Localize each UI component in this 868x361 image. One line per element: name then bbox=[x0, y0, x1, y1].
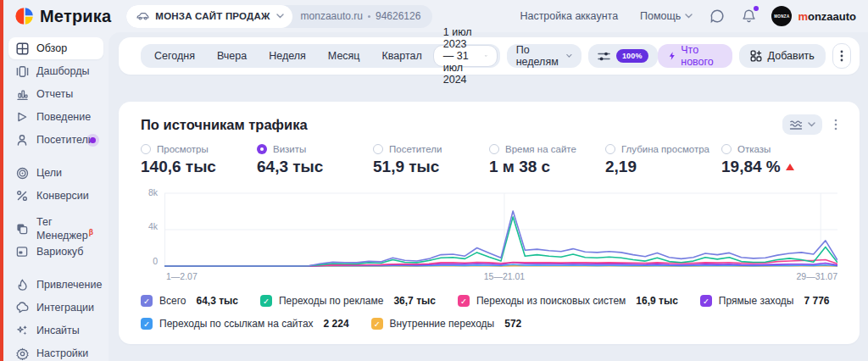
counter-meta: monzaauto.ru 94626126 bbox=[292, 10, 433, 22]
legend-item-site-links[interactable]: Переходы по ссылкам на сайтах 2 224 bbox=[141, 318, 349, 330]
chevron-down-icon bbox=[276, 14, 284, 19]
counter-id: 94626126 bbox=[376, 10, 420, 22]
metric-users[interactable]: Посетители 51,9 тыс bbox=[373, 144, 489, 176]
legend-item-search[interactable]: Переходы из поисковых систем 16,9 тыс bbox=[458, 295, 678, 307]
card-menu-button[interactable] bbox=[834, 119, 837, 131]
range-today-button[interactable]: Сегодня bbox=[143, 44, 206, 68]
kebab-icon bbox=[834, 119, 837, 131]
visitors-online-dot bbox=[90, 137, 96, 143]
bar-chart-icon bbox=[15, 87, 29, 101]
traffic-chart[interactable]: 8k 4k 0 1—2.07 15—21.01 29—31.07 bbox=[141, 187, 837, 284]
traffic-chart-svg[interactable] bbox=[164, 187, 837, 269]
toolbar: Сегодня Вчера Неделя Месяц Квартал 1 июл… bbox=[119, 37, 860, 75]
notifications-button[interactable] bbox=[742, 8, 756, 24]
counter-name: МОНЗА САЙТ ПРОДАЖ bbox=[155, 11, 270, 21]
range-week-button[interactable]: Неделя bbox=[258, 44, 317, 68]
sidebar-item-behavior[interactable]: Поведение bbox=[8, 106, 103, 128]
card-title: По источникам трафика bbox=[141, 117, 308, 133]
sidebar-item-visitors[interactable]: Посетители bbox=[8, 129, 103, 151]
legend-item-ads[interactable]: Переходы по рекламе 36,7 тыс bbox=[260, 295, 436, 307]
lightning-icon bbox=[669, 50, 676, 62]
metrica-logo[interactable]: Метрика bbox=[15, 7, 111, 26]
trend-up-icon bbox=[786, 164, 794, 170]
granularity-select[interactable]: По неделям bbox=[507, 44, 581, 68]
integrations-icon bbox=[15, 301, 29, 314]
percent-icon bbox=[15, 189, 29, 203]
chat-icon bbox=[709, 8, 725, 24]
metric-pageviews[interactable]: Просмотры 140,6 тыс bbox=[141, 144, 257, 176]
sparkles-icon bbox=[15, 324, 29, 337]
sidebar-item-acquisition[interactable]: Привлечение bbox=[8, 274, 103, 296]
checkbox-icon bbox=[260, 295, 272, 307]
topbar: Метрика МОНЗА САЙТ ПРОДАЖ monzaauto.ru 9… bbox=[0, 0, 868, 32]
radio-icon bbox=[373, 144, 383, 154]
legend-item-total[interactable]: Всего 64,3 тыс bbox=[141, 295, 238, 307]
metrica-app: Метрика МОНЗА САЙТ ПРОДАЖ monzaauto.ru 9… bbox=[0, 0, 868, 361]
custom-date-range[interactable]: 1 июл 2023 — 31 июл 2024 bbox=[433, 45, 498, 67]
metric-time-on-site[interactable]: Время на сайте 1 м 38 с bbox=[489, 144, 605, 176]
counter-name-section[interactable]: МОНЗА САЙТ ПРОДАЖ bbox=[126, 5, 292, 28]
line-chart-icon bbox=[789, 119, 803, 131]
kebab-icon bbox=[840, 50, 843, 62]
beta-badge: β bbox=[89, 228, 93, 236]
play-icon bbox=[15, 110, 29, 124]
y-axis: 8k 4k 0 bbox=[141, 187, 159, 269]
dot-separator bbox=[368, 15, 370, 18]
sidebar-item-integrations[interactable]: Интеграции bbox=[8, 297, 103, 319]
sidebar-item-settings[interactable]: Настройки bbox=[8, 342, 103, 361]
sidebar-item-overview[interactable]: Обзор bbox=[8, 37, 103, 59]
chevron-down-icon bbox=[808, 122, 815, 127]
sidebar-item-variocube[interactable]: Вариокуб bbox=[8, 241, 103, 263]
date-range-group: Сегодня Вчера Неделя Месяц Квартал 1 июл… bbox=[141, 44, 500, 68]
grid-icon bbox=[15, 42, 29, 55]
metric-visits[interactable]: Визиты 64,3 тыс bbox=[257, 144, 373, 176]
sidebar-item-goals[interactable]: Цели bbox=[8, 162, 103, 184]
gear-icon bbox=[15, 347, 29, 360]
range-yesterday-button[interactable]: Вчера bbox=[206, 44, 258, 68]
sidebar-item-insights[interactable]: Инсайты bbox=[8, 319, 103, 342]
checkbox-icon bbox=[700, 295, 712, 307]
x-axis: 1—2.07 15—21.01 29—31.07 bbox=[164, 271, 837, 284]
sidebar-item-dashboards[interactable]: Дашборды bbox=[8, 60, 103, 82]
avatar[interactable]: MONZA bbox=[771, 6, 792, 26]
toolbar-menu-button[interactable] bbox=[832, 43, 851, 69]
metric-bounce-rate[interactable]: Отказы 19,84 % bbox=[721, 144, 837, 176]
notification-dot bbox=[754, 6, 759, 11]
car-icon bbox=[136, 9, 149, 23]
sidebar-item-tag-manager[interactable]: Тег Менеджерβ bbox=[8, 218, 103, 240]
radio-icon bbox=[141, 144, 151, 154]
metrica-logo-icon bbox=[15, 7, 34, 25]
sidebar-item-reports[interactable]: Отчеты bbox=[8, 83, 103, 105]
chart-type-select[interactable] bbox=[782, 114, 822, 135]
sidebar-item-conversions[interactable]: Конверсии bbox=[8, 185, 103, 207]
help-label: Помощь bbox=[640, 10, 681, 22]
counter-domain[interactable]: monzaauto.ru bbox=[301, 10, 363, 22]
radio-icon bbox=[605, 144, 615, 154]
app-title: Метрика bbox=[40, 7, 111, 26]
help-menu[interactable]: Помощь bbox=[640, 10, 693, 22]
legend-item-direct[interactable]: Прямые заходы 7 776 bbox=[700, 295, 830, 307]
whats-new-button[interactable]: Что нового bbox=[658, 44, 732, 68]
tag-manager-icon bbox=[15, 222, 29, 236]
dashboards-icon bbox=[15, 64, 29, 78]
radio-selected-icon bbox=[257, 144, 267, 154]
variocube-icon bbox=[15, 245, 29, 258]
main-area: Сегодня Вчера Неделя Месяц Квартал 1 июл… bbox=[108, 32, 868, 361]
sampling-button[interactable]: 100% bbox=[588, 44, 658, 68]
account-settings-link[interactable]: Настройка аккаунта bbox=[520, 10, 618, 22]
range-quarter-button[interactable]: Квартал bbox=[371, 44, 433, 68]
add-widget-icon bbox=[750, 50, 762, 62]
traffic-sources-card: По источникам трафика Просмотры 140,6 ты… bbox=[119, 102, 860, 344]
flame-icon bbox=[15, 278, 29, 292]
metric-depth[interactable]: Глубина просмотра 2,19 bbox=[605, 144, 721, 176]
user-name[interactable]: monzaauto bbox=[798, 10, 856, 23]
counter-selector[interactable]: МОНЗА САЙТ ПРОДАЖ monzaauto.ru 94626126 bbox=[126, 5, 432, 28]
add-widget-button[interactable]: Добавить bbox=[739, 44, 826, 68]
range-month-button[interactable]: Месяц bbox=[317, 44, 371, 68]
chat-button[interactable] bbox=[709, 8, 725, 24]
person-icon bbox=[15, 133, 29, 147]
checkbox-icon bbox=[371, 318, 383, 330]
sidebar: Обзор Дашборды Отчеты Поведение Посетите… bbox=[0, 32, 108, 361]
legend-item-internal[interactable]: Внутренние переходы 572 bbox=[371, 318, 522, 330]
target-icon bbox=[15, 166, 29, 180]
